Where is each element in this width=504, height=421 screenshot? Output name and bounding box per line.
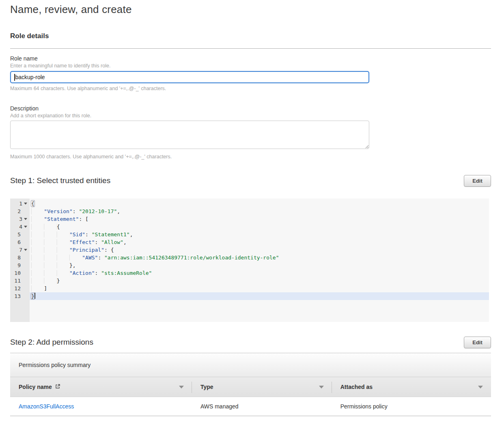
- page: Name, review, and create Role details Ro…: [0, 0, 504, 416]
- editor-code: { "Version": "2012-10-17", "Statement": …: [30, 200, 489, 322]
- fold-toggle-icon[interactable]: [24, 203, 27, 205]
- code-line[interactable]: {: [30, 200, 489, 207]
- line-number: 10: [10, 269, 30, 277]
- line-number: 7: [10, 246, 30, 254]
- role-name-input[interactable]: backup-role: [10, 71, 369, 83]
- permissions-summary-panel: Permissions policy summary Policy name T…: [10, 353, 491, 416]
- column-label: Policy name: [19, 384, 52, 390]
- step2-header-row: Step 2: Add permissions Edit: [10, 337, 491, 348]
- description-helper: Add a short explanation for this role.: [10, 113, 491, 119]
- policy-name-link[interactable]: AmazonS3FullAccess: [19, 403, 74, 410]
- code-line[interactable]: }: [30, 277, 489, 285]
- attached-as-cell: Permissions policy: [332, 397, 491, 416]
- policy-name-cell: AmazonS3FullAccess: [10, 397, 192, 416]
- role-name-value: backup-role: [15, 74, 45, 80]
- filter-icon[interactable]: [478, 386, 483, 389]
- code-line[interactable]: },: [30, 261, 489, 269]
- filter-icon[interactable]: [179, 386, 184, 389]
- code-line[interactable]: "Principal": {: [30, 246, 489, 254]
- code-line[interactable]: ]: [30, 285, 489, 292]
- column-label: Attached as: [340, 384, 373, 390]
- line-number: 9: [10, 261, 30, 269]
- code-line[interactable]: "Sid": "Statement1",: [30, 231, 489, 238]
- role-details-heading: Role details: [10, 32, 491, 40]
- line-number: 4: [10, 223, 30, 231]
- filter-icon[interactable]: [319, 386, 324, 389]
- line-number: 11: [10, 277, 30, 285]
- code-line[interactable]: }: [30, 292, 489, 300]
- column-label: Type: [200, 384, 213, 390]
- line-number: 5: [10, 231, 30, 238]
- role-name-constraint: Maximum 64 characters. Use alphanumeric …: [10, 86, 491, 91]
- code-line[interactable]: "Version": "2012-10-17",: [30, 207, 489, 215]
- policy-type-cell: AWS managed: [192, 397, 332, 416]
- fold-toggle-icon[interactable]: [24, 218, 27, 220]
- permissions-panel-header: Permissions policy summary: [10, 353, 491, 377]
- external-link-icon: [55, 384, 60, 389]
- role-name-helper: Enter a meaningful name to identify this…: [10, 63, 491, 69]
- table-header-cell[interactable]: Policy name: [10, 377, 192, 397]
- step1-heading: Step 1: Select trusted entities: [10, 175, 110, 185]
- page-title: Name, review, and create: [10, 3, 491, 16]
- table-row: AmazonS3FullAccess AWS managed Permissio…: [10, 397, 491, 416]
- description-textarea[interactable]: [10, 121, 369, 149]
- line-number: 6: [10, 238, 30, 246]
- description-label: Description: [10, 105, 491, 112]
- table-body: AmazonS3FullAccess AWS managed Permissio…: [10, 397, 491, 416]
- step1-header-row: Step 1: Select trusted entities Edit: [10, 175, 491, 187]
- line-number: 1: [10, 200, 30, 207]
- code-line[interactable]: "Statement": [: [30, 215, 489, 223]
- edit-permissions-button[interactable]: Edit: [464, 337, 491, 348]
- text-cursor: [34, 293, 35, 299]
- trust-policy-editor[interactable]: 12345678910111213 { "Version": "2012-10-…: [10, 199, 489, 322]
- edit-trusted-entities-button[interactable]: Edit: [464, 175, 491, 187]
- section-divider: [10, 48, 491, 49]
- line-number: 2: [10, 207, 30, 215]
- description-constraint: Maximum 1000 characters. Use alphanumeri…: [10, 154, 491, 160]
- fold-toggle-icon[interactable]: [24, 249, 27, 251]
- table-header-row: Policy name Type Attached as: [10, 377, 491, 397]
- code-line[interactable]: "Action": "sts:AssumeRole": [30, 269, 489, 277]
- line-number: 12: [10, 285, 30, 292]
- code-line[interactable]: "AWS": "arn:aws:iam::541263489771:role/w…: [30, 254, 489, 261]
- step2-heading: Step 2: Add permissions: [10, 337, 93, 347]
- line-number: 8: [10, 254, 30, 261]
- text-cursor: [14, 74, 15, 81]
- code-line[interactable]: "Effect": "Allow",: [30, 238, 489, 246]
- permissions-panel-title: Permissions policy summary: [19, 362, 90, 368]
- code-line[interactable]: {: [30, 223, 489, 231]
- editor-gutter: 12345678910111213: [10, 199, 30, 322]
- table-header-cell[interactable]: Attached as: [332, 377, 491, 397]
- line-number: 3: [10, 215, 30, 223]
- fold-toggle-icon[interactable]: [24, 226, 27, 228]
- line-number: 13: [10, 292, 30, 300]
- role-name-label: Role name: [10, 55, 491, 62]
- table-header-cell[interactable]: Type: [192, 377, 332, 397]
